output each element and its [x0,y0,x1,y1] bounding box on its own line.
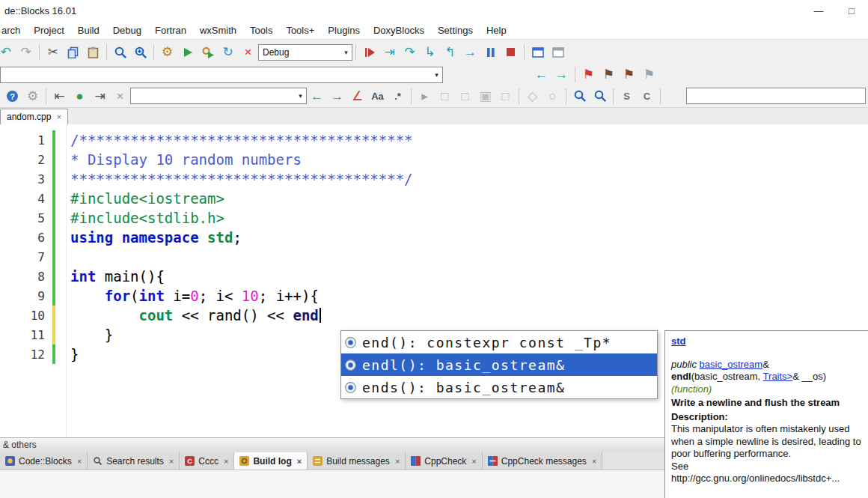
incsearch-next-button[interactable]: ⇥ [90,86,110,106]
close-icon[interactable]: × [297,457,302,466]
menu-item-tools[interactable]: Tools+ [279,21,321,39]
incsearch-clear-button[interactable]: × [110,86,130,106]
log-tab-cppcheck-messages[interactable]: CppCheck messages× [483,452,603,470]
menu-item-project[interactable]: Project [27,21,70,39]
incsearch-text-combobox[interactable]: ▾ [130,88,307,104]
code-text[interactable]: * Display 10 random numbers [57,150,302,169]
log-tab-search-results[interactable]: Search results× [88,452,180,470]
log-tab-cppcheck[interactable]: CppCheck× [406,452,482,470]
layout-tool-2-button[interactable]: □ [455,86,475,106]
undo-button[interactable]: ↶ [0,43,16,62]
menu-item-arch[interactable]: arch [0,21,27,39]
bookmark-prev-button[interactable]: ⚑ [578,65,599,85]
close-icon[interactable]: × [77,457,82,466]
abort-build-button[interactable]: × [238,43,258,62]
doxyblocks-help-button[interactable]: ? [2,86,22,106]
code-text[interactable]: } [57,325,113,344]
find-button[interactable] [110,43,130,62]
match-case-button[interactable]: Aa [367,86,388,106]
pointer-tool-button[interactable]: ▸ [415,86,435,106]
zoom-out-button[interactable] [590,86,610,106]
code-text[interactable]: for(int i=0; i< 10; i++){ [57,286,319,306]
step-out-button[interactable]: ↰ [440,43,460,62]
menu-item-fortran[interactable]: Fortran [148,21,193,39]
code-text[interactable]: } [57,344,79,364]
bookmark-toggle-button[interactable]: ⚑ [599,65,619,85]
completion-item[interactable]: endl(): basic_ostream& [341,353,657,376]
layout-tool-1-button[interactable]: □ [435,86,455,106]
menu-item-tools[interactable]: Tools [243,21,279,39]
debug-continue-button[interactable] [359,43,379,62]
rebuild-button[interactable]: ↻ [218,43,238,62]
zoom-in-button[interactable] [569,86,590,106]
break-debugger-button[interactable] [480,43,501,62]
tool-s-button[interactable]: S [617,86,637,106]
build-and-run-button[interactable] [198,43,218,62]
paste-button[interactable] [83,43,103,62]
search-prev-button[interactable]: ← [307,86,327,106]
editor-tab-random-cpp[interactable]: andom.cpp × [0,109,68,124]
menu-item-build[interactable]: Build [71,21,106,39]
close-icon[interactable]: × [592,457,596,466]
copy-button[interactable] [63,43,83,62]
menu-item-plugins[interactable]: Plugins [321,21,367,39]
menu-item-settings[interactable]: Settings [431,21,480,39]
log-tab-code-blocks[interactable]: Code::Blocks× [0,452,88,470]
various-info-button[interactable] [548,43,568,62]
tool-c-button[interactable]: C [637,86,657,106]
close-icon[interactable]: × [395,457,400,466]
settings-wrench-button[interactable]: ⚙ [22,86,43,106]
code-text[interactable]: /*************************************** [57,130,413,150]
compiler-options-button[interactable]: ⚙ [157,43,177,62]
toolbar-search-field[interactable] [686,88,866,104]
menu-item-help[interactable]: Help [480,21,513,39]
search-next-button[interactable]: → [327,86,347,106]
redo-button[interactable]: ↷ [16,43,36,62]
debugging-windows-button[interactable] [528,43,548,62]
docs-link[interactable]: basic_ostream [700,359,763,370]
code-text[interactable]: using namespace std; [57,228,242,247]
log-tab-build-log[interactable]: Build log× [234,452,308,470]
maximize-button[interactable]: □ [835,0,868,21]
browse-forward-button[interactable]: → [551,65,572,85]
chevron-down-icon[interactable]: ▾ [340,45,352,60]
layout-tool-6-button[interactable]: ○ [542,86,563,106]
layout-tool-4-button[interactable]: □ [495,86,516,106]
close-icon[interactable]: × [169,457,174,466]
incsearch-highlight-button[interactable]: ● [70,86,90,106]
toggle-highlight-button[interactable]: ∠ [347,86,367,106]
code-text[interactable]: #include<stdlib.h> [57,208,224,228]
completion-item[interactable]: ends(): basic_ostream& [341,376,657,398]
layout-tool-5-button[interactable]: ◇ [522,86,542,106]
docs-link[interactable]: Traits> [763,371,793,382]
step-into-button[interactable]: ↳ [420,43,440,62]
bookmark-next-button[interactable]: ⚑ [619,65,639,85]
build-target-combobox[interactable]: Debug▾ [258,44,352,61]
run-button[interactable] [177,43,198,62]
browse-back-button[interactable]: ← [531,65,551,85]
docs-link[interactable]: std [671,335,686,347]
next-instruction-button[interactable]: → [460,43,480,62]
replace-button[interactable] [130,43,150,62]
menu-item-debug[interactable]: Debug [106,21,148,39]
close-icon[interactable]: × [56,112,61,121]
close-icon[interactable]: × [471,457,476,466]
log-tab-cccc[interactable]: CCccc× [180,452,234,470]
menu-item-doxyblocks[interactable]: DoxyBlocks [367,21,431,39]
completion-item[interactable]: end(): constexpr const _Tp* [341,331,657,353]
chevron-down-icon[interactable]: ▾ [295,88,306,103]
layout-tool-3-button[interactable]: ▣ [475,86,495,106]
bookmark-clear-button[interactable]: ⚑ [639,65,659,85]
menu-item-wxsmith[interactable]: wxSmith [193,21,243,39]
compiler-messages-combobox[interactable]: ▾ [0,67,443,83]
code-text[interactable]: int main(){ [57,267,165,286]
minimize-button[interactable]: — [802,0,835,21]
next-line-button[interactable]: ↷ [400,43,420,62]
close-icon[interactable]: × [224,457,228,466]
incsearch-prev-button[interactable]: ⇤ [49,86,70,106]
log-tab-build-messages[interactable]: Build messages× [308,452,406,470]
code-text[interactable]: cout << rand() << end [57,306,321,325]
code-text[interactable]: #include<iostream> [57,189,224,208]
stop-debugger-button[interactable] [501,43,521,62]
code-text[interactable]: ***************************************/ [57,169,413,189]
